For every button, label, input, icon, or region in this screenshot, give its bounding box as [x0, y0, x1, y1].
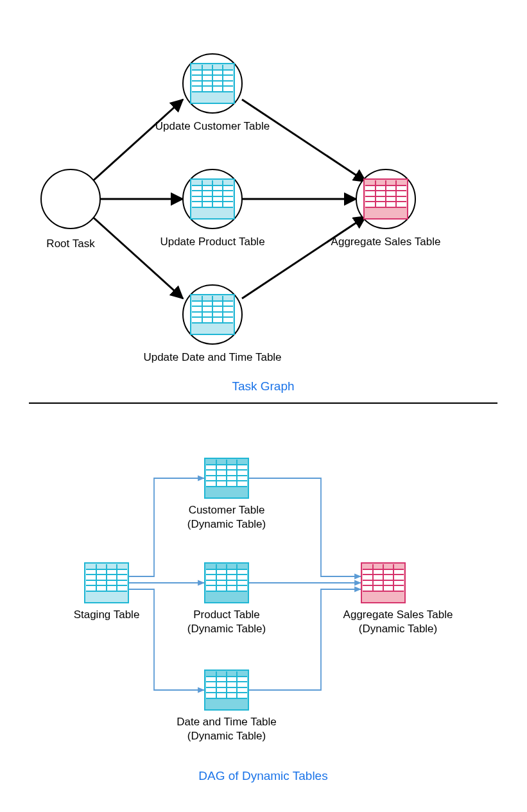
- edge-root-customer: [90, 99, 183, 184]
- edge-datetime-agg: [249, 589, 361, 690]
- edge-datetime-agg: [242, 216, 366, 298]
- dag-title: DAG of Dynamic Tables: [198, 769, 327, 782]
- dag-section: Staging Table Customer Table (Dynamic Ta…: [74, 458, 453, 782]
- table-icon: [191, 64, 234, 103]
- task-graph-title: Task Graph: [232, 379, 294, 393]
- update-customer-label: Update Customer Table: [155, 120, 270, 132]
- agg-label-1: Aggregate Sales Table: [343, 609, 453, 621]
- update-datetime-label: Update Date and Time Table: [143, 351, 281, 363]
- node-staging-table: Staging Table: [74, 563, 140, 621]
- node-customer-dynamic: Customer Table (Dynamic Table): [187, 458, 266, 530]
- root-task-circle: [41, 169, 100, 229]
- customer-label-2: (Dynamic Table): [187, 518, 266, 530]
- node-aggregate-sales: Aggregate Sales Table: [331, 169, 441, 248]
- node-update-customer: Update Customer Table: [155, 54, 270, 132]
- node-update-datetime: Update Date and Time Table: [143, 285, 281, 363]
- edge-staging-datetime: [128, 589, 204, 690]
- node-aggregate-dynamic: Aggregate Sales Table (Dynamic Table): [343, 563, 453, 635]
- node-root-task: Root Task: [41, 169, 100, 250]
- table-icon: [361, 563, 405, 603]
- diagram-canvas: Root Task Update Customer Table Update P…: [0, 0, 527, 812]
- table-icon: [191, 295, 234, 334]
- task-graph-section: Root Task Update Customer Table Update P…: [41, 54, 440, 393]
- node-datetime-dynamic: Date and Time Table (Dynamic Table): [177, 670, 277, 742]
- customer-label-1: Customer Table: [189, 504, 265, 516]
- product-label-2: (Dynamic Table): [187, 623, 266, 635]
- table-icon: [205, 563, 248, 603]
- table-icon: [205, 670, 248, 710]
- agg-label-2: (Dynamic Table): [359, 623, 438, 635]
- staging-label: Staging Table: [74, 609, 140, 621]
- table-icon: [85, 563, 128, 603]
- edge-customer-agg: [242, 99, 366, 182]
- root-task-label: Root Task: [46, 238, 95, 250]
- node-update-product: Update Product Table: [160, 169, 264, 248]
- edge-root-datetime: [90, 214, 183, 298]
- datetime-label-1: Date and Time Table: [177, 716, 277, 728]
- table-icon: [191, 179, 234, 219]
- aggregate-sales-label: Aggregate Sales Table: [331, 236, 441, 248]
- table-icon: [205, 458, 248, 498]
- update-product-label: Update Product Table: [160, 236, 264, 248]
- table-icon: [364, 179, 408, 219]
- product-label-1: Product Table: [193, 609, 260, 621]
- datetime-label-2: (Dynamic Table): [187, 730, 266, 742]
- node-product-dynamic: Product Table (Dynamic Table): [187, 563, 266, 635]
